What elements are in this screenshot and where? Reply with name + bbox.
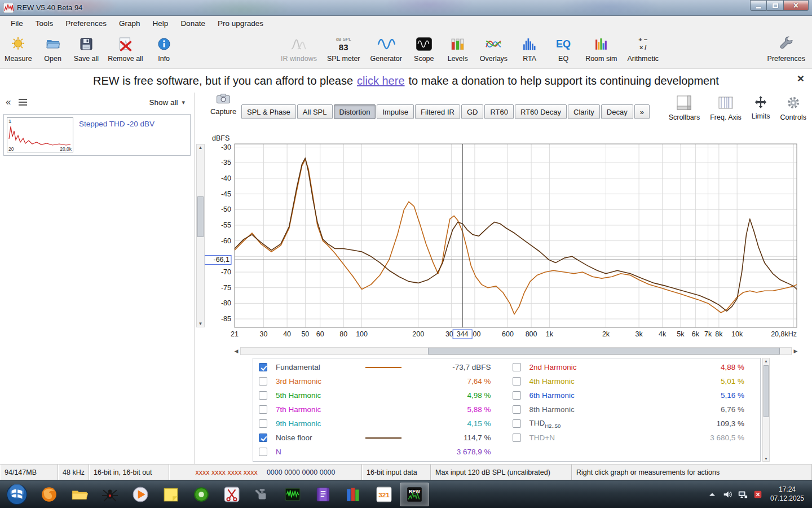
hamburger-menu-icon[interactable] <box>19 99 27 106</box>
toolbar-preferences-button[interactable]: Preferences <box>767 35 805 63</box>
svg-text:6k: 6k <box>692 330 700 338</box>
distortion-chart[interactable]: -30-35-40-45-50-55-60-70-75-80-852130405… <box>203 134 801 344</box>
menu-help[interactable]: Help <box>147 16 175 32</box>
scroll-right-icon[interactable]: ▶ <box>792 348 800 354</box>
volume-icon[interactable] <box>722 489 732 500</box>
x-scroll-track[interactable] <box>240 347 792 355</box>
scroll-up-icon[interactable]: ▲ <box>197 145 204 150</box>
svg-text:7k: 7k <box>704 330 712 338</box>
toolbar-spl-meter-button[interactable]: dB SPL83SPL meter <box>327 35 360 63</box>
snipping-tool-icon <box>223 486 240 503</box>
legend-thd-checkbox[interactable] <box>513 419 521 428</box>
toolbar-rta-button[interactable]: RTA <box>518 35 541 63</box>
tab-spl-phase[interactable]: SPL & Phase <box>241 104 296 119</box>
tabs-overflow-button[interactable]: » <box>634 104 650 119</box>
legend-8th-harmonic-checkbox[interactable] <box>513 405 521 414</box>
minimize-button[interactable] <box>750 0 767 11</box>
tab-rt60[interactable]: RT60 <box>484 104 514 119</box>
toolbar-info-button[interactable]: Info <box>152 35 176 63</box>
close-button[interactable]: × <box>784 0 809 11</box>
maximize-button[interactable] <box>767 0 784 11</box>
toolbar-remove-all-button[interactable]: Remove all <box>108 35 143 63</box>
banner-close-icon[interactable]: × <box>797 72 804 85</box>
toolbar-generator-button[interactable]: Generator <box>370 35 402 63</box>
taskbar-clock[interactable]: 17:2407.12.2025 <box>770 485 804 503</box>
legend-2nd-harmonic-checkbox[interactable] <box>513 363 521 371</box>
toolbar-scope-button[interactable]: Scope <box>412 35 436 63</box>
tab-decay[interactable]: Decay <box>601 104 633 119</box>
legend-scroll-down-icon[interactable]: ▼ <box>763 457 769 461</box>
taskbar-books-button[interactable] <box>339 483 368 506</box>
collapse-panel-button[interactable]: « <box>6 97 11 108</box>
scroll-down-icon[interactable]: ▼ <box>197 321 204 326</box>
tab-clarity[interactable]: Clarity <box>568 104 600 119</box>
toolbar-measure-button[interactable]: Measure <box>5 35 32 63</box>
y-axis-scrollbar[interactable]: ▲ ▼ <box>196 144 205 327</box>
toolbar-levels-button[interactable]: Levels <box>446 35 470 63</box>
legend-3rd-harmonic-checkbox[interactable] <box>259 377 267 386</box>
toolbar-scrollbars-button[interactable]: Scrollbars <box>669 95 700 121</box>
toolbar-room-sim-button[interactable]: Room sim <box>585 35 617 63</box>
taskbar-oil-can-button[interactable] <box>248 483 277 506</box>
svg-text:-35: -35 <box>221 159 231 167</box>
legend-scroll-thumb[interactable] <box>764 365 769 417</box>
legend-9th-harmonic-checkbox[interactable] <box>259 419 267 428</box>
legend-thd-n-checkbox[interactable] <box>513 433 521 442</box>
svg-text:40: 40 <box>283 330 291 338</box>
capture-button[interactable]: Capture <box>206 94 240 116</box>
toolbar-limits-button[interactable]: Limits <box>752 95 770 121</box>
x-axis-scrollbar[interactable]: ◀ ▶ <box>232 347 800 356</box>
toolbar-controls-button[interactable]: Controls <box>780 95 806 121</box>
taskbar-firefox-button[interactable] <box>34 483 64 506</box>
menu-pro-upgrades[interactable]: Pro upgrades <box>211 16 270 32</box>
taskbar-snipping-tool-button[interactable] <box>217 483 246 506</box>
menu-donate[interactable]: Donate <box>174 16 211 32</box>
tab-rt60-decay[interactable]: RT60 Decay <box>515 104 567 119</box>
taskbar-app-321-button[interactable]: 321 <box>369 483 399 506</box>
legend-5th-harmonic-checkbox[interactable] <box>259 391 267 400</box>
measurement-item[interactable]: 1 20 20,0k Stepped THD -20 dBV <box>3 114 191 156</box>
taskbar-sticky-notes-button[interactable] <box>156 483 186 506</box>
alert-icon[interactable] <box>753 489 763 500</box>
taskbar-media-player-button[interactable] <box>126 483 155 506</box>
toolbar-open-button[interactable]: Open <box>41 35 65 63</box>
legend-scrollbar[interactable]: ▲ ▼ <box>762 358 770 462</box>
legend-noise-floor-checkbox[interactable] <box>259 433 267 442</box>
menu-tools[interactable]: Tools <box>29 16 60 32</box>
tab-impulse[interactable]: Impulse <box>377 104 414 119</box>
toolbar-freq-axis-button[interactable]: Freq. Axis <box>710 95 742 121</box>
legend-7th-harmonic-checkbox[interactable] <box>259 405 267 414</box>
tab-filtered-ir[interactable]: Filtered IR <box>415 104 460 119</box>
toolbar-eq-button[interactable]: EQEQ <box>551 35 575 63</box>
donation-link[interactable]: click here <box>357 75 404 87</box>
start-button[interactable] <box>6 483 28 506</box>
x-scroll-thumb[interactable] <box>428 348 780 354</box>
legend-6th-harmonic-checkbox[interactable] <box>513 391 521 400</box>
taskbar-spider-button[interactable] <box>95 483 125 506</box>
toolbar-save-all-button[interactable]: Save all <box>74 35 99 63</box>
display-icon[interactable] <box>738 489 748 500</box>
hidden-icons-icon[interactable] <box>707 489 717 500</box>
taskbar-green-orb-button[interactable] <box>187 483 216 506</box>
scroll-left-icon[interactable]: ◀ <box>232 348 240 354</box>
taskbar-explorer-button[interactable] <box>65 483 94 506</box>
taskbar-waveform-button[interactable] <box>278 483 307 506</box>
legend-scroll-up-icon[interactable]: ▲ <box>763 359 769 363</box>
toolbar-arithmetic-button[interactable]: + −× /Arithmetic <box>627 35 659 63</box>
legend-fundamental-checkbox[interactable] <box>259 363 267 371</box>
menu-preferences[interactable]: Preferences <box>59 16 113 32</box>
taskbar-rew-button[interactable]: REW <box>400 483 429 506</box>
tab-all-spl[interactable]: All SPL <box>297 104 333 119</box>
legend-4th-harmonic-checkbox[interactable] <box>513 377 521 386</box>
toolbar-ir-windows-button[interactable]: IR windows <box>281 35 317 63</box>
tab-gd[interactable]: GD <box>461 104 484 119</box>
menu-file[interactable]: File <box>5 16 29 32</box>
tab-distortion[interactable]: Distortion <box>334 104 376 119</box>
taskbar-purple-notes-button[interactable] <box>308 483 338 506</box>
show-all-dropdown[interactable]: Show all ▾ <box>149 98 185 107</box>
y-scroll-thumb[interactable] <box>197 196 204 237</box>
window-title: REW V5.40 Beta 94 <box>17 3 82 12</box>
menu-graph[interactable]: Graph <box>113 16 147 32</box>
toolbar-overlays-button[interactable]: Overlays <box>480 35 508 63</box>
legend-n-checkbox[interactable] <box>259 448 267 456</box>
